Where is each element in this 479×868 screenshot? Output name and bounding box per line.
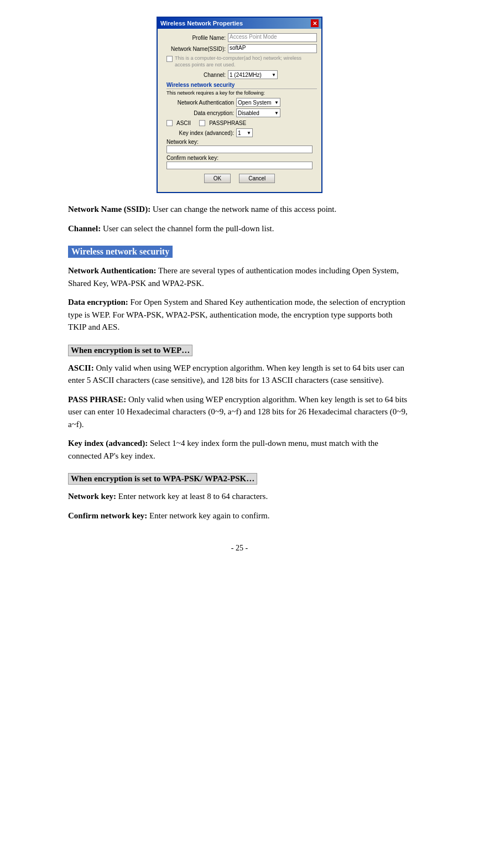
profile-name-label: Profile Name: <box>162 35 226 41</box>
network-auth-term: Network Authentication: <box>68 266 157 275</box>
profile-name-input[interactable]: Access Point Mode <box>228 33 317 42</box>
passphrase-para: PASS PHRASE: Only valid when using WEP e… <box>68 393 411 431</box>
network-key-term: Network key: <box>68 492 116 501</box>
channel-row: Channel: 1 (2412MHz) ▼ <box>162 70 317 79</box>
encryption-row: Data encryption: Disabled ▼ <box>162 108 317 117</box>
dialog-close-button[interactable]: ✕ <box>311 19 319 27</box>
data-enc-para: Data encryption: For Open System and Sha… <box>68 296 411 334</box>
network-name-desc: User can change the network name of this… <box>150 205 336 214</box>
key-index-row: Key index (advanced): 1 ▼ <box>162 128 317 137</box>
ascii-checkbox-label: ASCII <box>176 120 191 126</box>
data-enc-term: Data encryption: <box>68 298 128 306</box>
ascii-term: ASCII: <box>68 363 94 372</box>
network-key-row: Network key: <box>162 139 317 153</box>
key-index-label: Key index (advanced): <box>162 130 234 136</box>
key-index-term: Key index (advanced): <box>68 439 148 448</box>
key-index-select[interactable]: 1 ▼ <box>236 128 253 137</box>
page-number: - 25 - <box>231 544 248 552</box>
passphrase-checkbox-item: PASSPHRASE <box>199 119 246 126</box>
wpa-subheading-text: When encryption is set to WPA-PSK/ WPA2-… <box>68 473 257 485</box>
page-footer: - 25 - <box>68 544 411 553</box>
passphrase-checkbox-label: PASSPHRASE <box>209 120 246 126</box>
key-index-select-arrow: ▼ <box>247 131 251 136</box>
profile-name-row: Profile Name: Access Point Mode <box>162 33 317 42</box>
checkboxes-row: ASCII PASSPHRASE <box>166 119 313 126</box>
network-key-input[interactable] <box>166 145 313 153</box>
auth-select-arrow: ▼ <box>274 100 279 105</box>
confirm-key-para: Confirm network key: Enter network key a… <box>68 510 411 522</box>
confirm-key-label: Confirm network key: <box>166 155 317 161</box>
encryption-label: Data encryption: <box>162 110 234 116</box>
encryption-select[interactable]: Disabled ▼ <box>236 108 280 117</box>
dialog-titlebar: Wireless Network Properties ✕ <box>158 18 321 29</box>
channel-label: Channel: <box>162 72 226 78</box>
network-name-label: Network Name(SSID): <box>162 46 226 52</box>
dialog-body: Profile Name: Access Point Mode Network … <box>158 29 321 192</box>
confirm-key-desc: Enter network key again to confirm. <box>147 511 269 520</box>
channel-term: Channel: <box>68 224 101 233</box>
auth-label: Network Authentication <box>162 100 234 106</box>
confirm-key-term: Confirm network key: <box>68 511 147 520</box>
ascii-checkbox[interactable] <box>166 120 173 126</box>
channel-select[interactable]: 1 (2412MHz) ▼ <box>228 70 278 79</box>
channel-select-arrow: ▼ <box>272 72 276 77</box>
network-name-term: Network Name (SSID): <box>68 205 150 214</box>
wpa-subheading-container: When encryption is set to WPA-PSK/ WPA2-… <box>68 469 411 490</box>
network-key-para: Network key: Enter network key at least … <box>68 490 411 503</box>
network-name-row: Network Name(SSID): softAP <box>162 44 317 53</box>
passphrase-term: PASS PHRASE: <box>68 395 126 404</box>
adhoc-checkbox[interactable] <box>166 56 173 62</box>
ascii-desc: Only valid when using WEP encryption alg… <box>68 363 404 385</box>
dialog-title: Wireless Network Properties <box>160 20 243 27</box>
auth-select[interactable]: Open System ▼ <box>236 98 280 107</box>
security-section-text: This network requires a key for the foll… <box>166 90 313 96</box>
encryption-select-arrow: ▼ <box>274 111 279 116</box>
wep-subheading-container: When encryption is set to WEP… <box>68 340 411 362</box>
wireless-security-heading-text: Wireless network security <box>68 246 173 258</box>
channel-para: Channel: User can select the channel for… <box>68 222 411 235</box>
dialog-screenshot: Wireless Network Properties ✕ Profile Na… <box>157 17 322 193</box>
auth-row: Network Authentication Open System ▼ <box>162 98 317 107</box>
network-key-label: Network key: <box>166 139 317 145</box>
ascii-para: ASCII: Only valid when using WEP encrypt… <box>68 362 411 387</box>
network-name-input[interactable]: softAP <box>228 44 317 53</box>
network-auth-para: Network Authentication: There are severa… <box>68 264 411 289</box>
ok-button[interactable]: OK <box>204 174 231 183</box>
adhoc-checkbox-row: This is a computer-to-computer(ad hoc) n… <box>162 55 317 68</box>
adhoc-checkbox-label: This is a computer-to-computer(ad hoc) n… <box>175 55 317 68</box>
network-name-para: Network Name (SSID): User can change the… <box>68 203 411 216</box>
cancel-button[interactable]: Cancel <box>239 174 275 183</box>
network-key-desc: Enter network key at least 8 to 64 chara… <box>116 492 268 501</box>
key-index-para: Key index (advanced): Select 1~4 key ind… <box>68 437 411 462</box>
wep-subheading-text: When encryption is set to WEP… <box>68 345 192 356</box>
confirm-key-row: Confirm network key: <box>162 155 317 169</box>
security-section-header: Wireless network security <box>166 82 317 89</box>
passphrase-checkbox[interactable] <box>199 120 205 126</box>
dialog-buttons: OK Cancel <box>162 174 317 188</box>
wireless-security-heading: Wireless network security <box>68 241 411 264</box>
channel-desc: User can select the channel form the pul… <box>101 224 274 233</box>
ascii-checkbox-item: ASCII <box>166 119 191 126</box>
confirm-key-input[interactable] <box>166 162 313 169</box>
